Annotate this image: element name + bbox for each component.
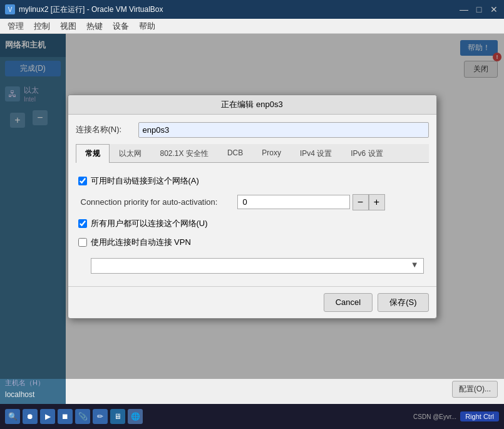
dialog-footer: Cancel 保存(S) — [68, 286, 436, 318]
vpn-checkbox[interactable] — [78, 238, 87, 247]
vpn-row: 使用此连接时自动连接 VPN — [78, 237, 426, 248]
menu-hotkey[interactable]: 热键 — [81, 19, 108, 33]
save-button[interactable]: 保存(S) — [378, 293, 428, 312]
right-ctrl-indicator: Right Ctrl — [460, 411, 499, 421]
menu-device[interactable]: 设备 — [108, 19, 134, 33]
minimize-button[interactable]: — — [459, 4, 469, 14]
cancel-button[interactable]: Cancel — [324, 293, 373, 312]
menubar: 管理 控制 视图 热键 设备 帮助 — [0, 19, 504, 34]
all-users-label: 所有用户都可以连接这个网络(U) — [91, 218, 208, 229]
priority-label: Connection priority for auto-activation: — [81, 197, 237, 207]
tab-ipv6[interactable]: IPv6 设置 — [341, 144, 392, 163]
vpn-label: 使用此连接时自动连接 VPN — [91, 237, 191, 248]
edit-dialog: 正在编辑 enp0s3 连接名称(N): 常规 以太网 802.1X 安全性 D… — [68, 95, 437, 319]
menu-control[interactable]: 控制 — [29, 19, 55, 33]
auto-connect-row: 可用时自动链接到这个网络(A) — [78, 175, 426, 187]
tab-ipv4[interactable]: IPv4 设置 — [291, 144, 341, 163]
tab-ethernet[interactable]: 以太网 — [110, 144, 151, 163]
modal-overlay: 正在编辑 enp0s3 连接名称(N): 常规 以太网 802.1X 安全性 D… — [0, 34, 504, 379]
tab-proxy[interactable]: Proxy — [252, 144, 291, 163]
tab-dcb[interactable]: DCB — [218, 144, 252, 163]
tab-general[interactable]: 常规 — [76, 144, 110, 163]
connection-name-input[interactable] — [138, 122, 429, 138]
all-users-checkbox[interactable] — [78, 219, 87, 228]
taskbar-left: 🔍 ⏺ ▶ ⏹ 📎 ✏ 🖥 🌐 — [5, 409, 143, 424]
vpn-select[interactable] — [91, 258, 424, 274]
vpn-select-wrapper: ▼ — [91, 256, 424, 274]
titlebar: V mylinux2 [正在运行] - Oracle VM VirtualBox… — [0, 0, 504, 19]
dialog-body: 连接名称(N): 常规 以太网 802.1X 安全性 DCB Proxy IPv… — [68, 115, 436, 286]
maximize-button[interactable]: □ — [474, 4, 484, 14]
dialog-titlebar: 正在编辑 enp0s3 — [68, 95, 436, 115]
app-icon: V — [5, 4, 15, 14]
auto-connect-checkbox[interactable] — [78, 177, 87, 185]
taskbar-info: CSDN @Eyvr... — [413, 413, 456, 420]
taskbar-right: CSDN @Eyvr... Right Ctrl — [413, 411, 499, 421]
connection-name-row: 连接名称(N): — [76, 122, 429, 138]
taskbar-record-icon[interactable]: ⏺ — [23, 409, 38, 424]
priority-plus-button[interactable]: + — [369, 194, 385, 210]
tab-8021x[interactable]: 802.1X 安全性 — [151, 144, 218, 163]
window-title: mylinux2 [正在运行] - Oracle VM VirtualBox — [19, 4, 459, 15]
auto-connect-label: 可用时自动链接到这个网络(A) — [91, 175, 199, 187]
taskbar-clip-icon[interactable]: 📎 — [75, 409, 90, 424]
menu-manage[interactable]: 管理 — [3, 19, 29, 33]
priority-input[interactable] — [237, 195, 350, 209]
window-controls: — □ ✕ — [459, 4, 499, 14]
main-area: 网络和主机 完成(D) 🖧 以太 Intel + − 主机名（H） localh… — [0, 34, 504, 404]
taskbar-screen-icon[interactable]: 🖥 — [110, 409, 125, 424]
menu-view[interactable]: 视图 — [55, 19, 81, 33]
close-button[interactable]: ✕ — [489, 4, 499, 14]
menu-help[interactable]: 帮助 — [134, 19, 160, 33]
tab-bar: 常规 以太网 802.1X 安全性 DCB Proxy IPv4 设置 IPv6… — [76, 144, 429, 163]
config-button[interactable]: 配置(O)... — [452, 381, 498, 398]
taskbar-network-icon[interactable]: 🌐 — [128, 409, 143, 424]
priority-row: Connection priority for auto-activation:… — [78, 194, 426, 210]
tab-general-content: 可用时自动链接到这个网络(A) Connection priority for … — [76, 170, 429, 279]
priority-minus-button[interactable]: − — [352, 194, 369, 210]
taskbar-search-icon[interactable]: 🔍 — [5, 409, 20, 424]
hostname-value: localhost — [5, 390, 61, 399]
taskbar-stop-icon[interactable]: ⏹ — [58, 409, 73, 424]
dialog-title: 正在编辑 enp0s3 — [221, 100, 282, 109]
taskbar-edit-icon[interactable]: ✏ — [93, 409, 108, 424]
taskbar: 🔍 ⏺ ▶ ⏹ 📎 ✏ 🖥 🌐 CSDN @Eyvr... Right Ctrl — [0, 404, 504, 429]
connection-name-label: 连接名称(N): — [76, 124, 138, 135]
all-users-row: 所有用户都可以连接这个网络(U) — [78, 218, 426, 229]
taskbar-play-icon[interactable]: ▶ — [40, 409, 55, 424]
